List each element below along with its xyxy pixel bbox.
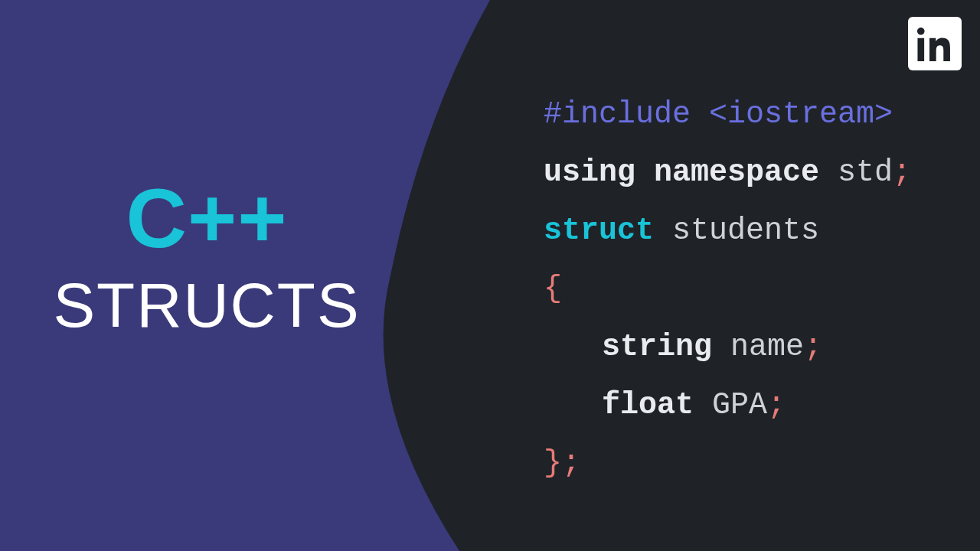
code-block: #include <iostream> using namespace std;… bbox=[544, 86, 911, 493]
linkedin-logo bbox=[908, 17, 962, 70]
tok-include-target: <iostream> bbox=[709, 97, 893, 132]
tok-lbrace: { bbox=[544, 272, 562, 306]
tok-using-ns: std bbox=[838, 155, 893, 190]
code-line-field2: float GPA; bbox=[544, 377, 911, 435]
tok-field1-name: name bbox=[730, 330, 804, 364]
code-line-lbrace: { bbox=[544, 260, 911, 318]
title-line-1: C++ bbox=[0, 176, 413, 260]
code-line-rbrace: }; bbox=[544, 435, 911, 493]
title-block: C++ STRUCTS bbox=[0, 176, 413, 337]
tok-semi-3: ; bbox=[767, 388, 786, 422]
tok-semi-4: ; bbox=[562, 446, 580, 481]
tok-field2-type: float bbox=[602, 388, 694, 422]
tok-semi-2: ; bbox=[804, 330, 822, 364]
code-line-struct: struct students bbox=[544, 202, 911, 260]
slide: C++ STRUCTS #include <iostream> using na… bbox=[0, 0, 980, 551]
title-line-2: STRUCTS bbox=[0, 274, 413, 337]
tok-include-kw: #include bbox=[544, 97, 691, 132]
linkedin-icon bbox=[917, 26, 952, 61]
code-line-using: using namespace std; bbox=[544, 144, 911, 202]
code-line-include: #include <iostream> bbox=[544, 86, 911, 144]
tok-field2-name: GPA bbox=[712, 388, 767, 422]
code-line-field1: string name; bbox=[544, 318, 911, 377]
tok-struct-kw: struct bbox=[544, 214, 654, 248]
tok-rbrace: } bbox=[544, 446, 562, 481]
tok-semi-1: ; bbox=[893, 155, 911, 190]
tok-field1-type: string bbox=[602, 330, 712, 364]
tok-using-kw: using namespace bbox=[544, 155, 819, 190]
tok-struct-name: students bbox=[672, 214, 819, 248]
